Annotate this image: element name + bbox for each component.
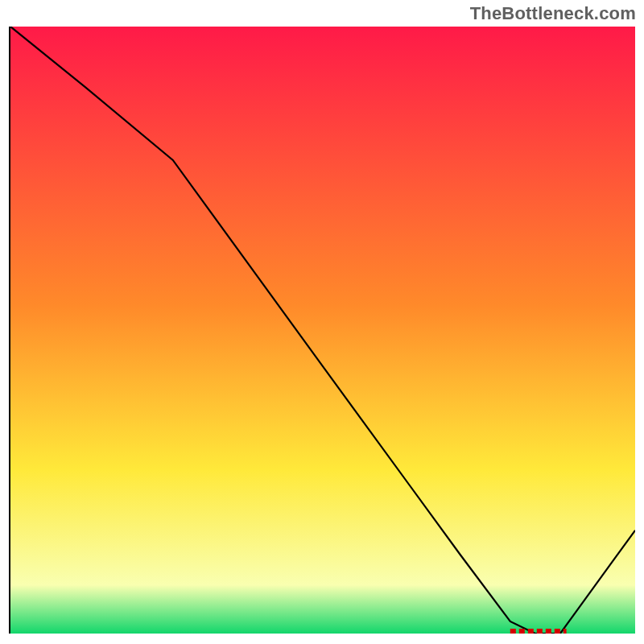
- attribution-label: TheBottleneck.com: [470, 3, 636, 24]
- heat-gradient-rect: [10, 27, 635, 634]
- chart-root: TheBottleneck.com: [0, 0, 644, 644]
- chart-surface: [10, 27, 635, 634]
